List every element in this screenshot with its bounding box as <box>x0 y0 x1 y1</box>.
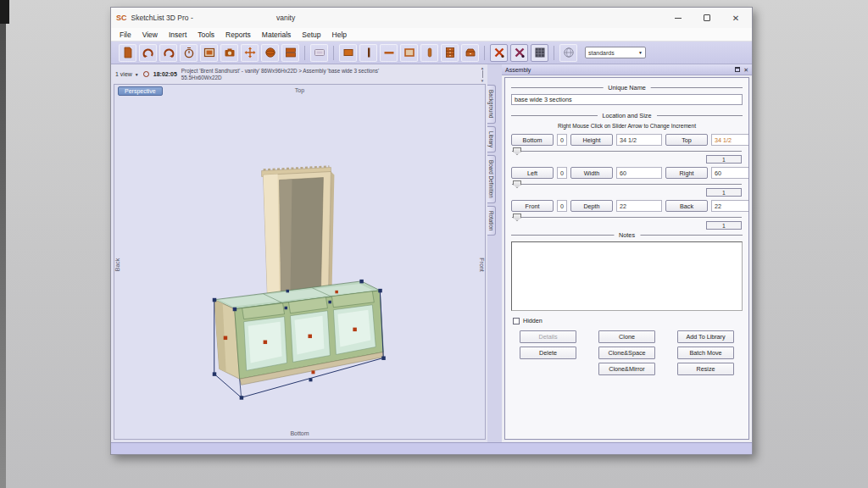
panel-light-icon[interactable] <box>310 44 328 62</box>
tab-library[interactable]: Library <box>487 126 496 152</box>
delete-object-icon[interactable] <box>510 44 528 62</box>
viewport-3d[interactable]: Perspective Top Bottom Back Front <box>114 84 486 440</box>
board-vertical-icon[interactable] <box>359 44 377 62</box>
right-value[interactable]: 60 <box>711 167 749 179</box>
notes-section: Notes <box>511 235 743 236</box>
width-button[interactable]: Width <box>570 167 613 179</box>
close-button[interactable]: ✕ <box>721 8 750 28</box>
maximize-button[interactable] <box>693 8 721 28</box>
menu-reports[interactable]: Reports <box>225 30 251 39</box>
clone-mirror-button[interactable]: Clone&Mirror <box>598 363 655 375</box>
clone-space-button[interactable]: Clone&Space <box>598 347 655 359</box>
sphere-icon[interactable] <box>261 44 279 62</box>
session-timer: 18:02:05 <box>153 71 177 77</box>
depth-button[interactable]: Depth <box>570 200 613 212</box>
hidden-checkbox-label: Hidden <box>523 317 542 324</box>
depth-slider[interactable] <box>512 214 742 221</box>
bottom-button[interactable]: Bottom <box>511 134 554 146</box>
dock-icon[interactable] <box>735 67 740 72</box>
project-breadcrumb-line2: 55.5Hx60Wx22D <box>181 75 222 80</box>
height-slider[interactable] <box>512 147 742 155</box>
board-icon[interactable] <box>339 44 357 62</box>
project-breadcrumb: Project 'Brent Sandhurst' - vanity' 86Wx… <box>181 68 475 80</box>
left-button[interactable]: Left <box>511 167 554 179</box>
menu-setup[interactable]: Setup <box>302 30 320 39</box>
menu-materials[interactable]: Materials <box>262 30 291 39</box>
view-count-dropdown[interactable]: 1 view ▼ <box>115 71 139 77</box>
clone-button[interactable]: Clone <box>598 330 655 343</box>
notes-textarea[interactable] <box>511 241 743 311</box>
title-bar[interactable]: SC SketchList 3D Pro - vanity ✕ <box>111 8 752 28</box>
new-document-icon[interactable] <box>119 44 136 62</box>
slider-thumb[interactable] <box>513 180 521 188</box>
width-slider[interactable] <box>512 180 742 188</box>
vanity-3d-model[interactable] <box>114 85 485 439</box>
clock-icon <box>143 71 149 77</box>
delete-button[interactable]: Delete <box>520 347 576 359</box>
tab-board-definition[interactable]: Board Definition <box>487 155 496 203</box>
location-size-label: Location and Size <box>597 112 656 119</box>
minimize-button[interactable] <box>664 8 693 28</box>
redo-icon[interactable] <box>159 44 177 62</box>
menu-help[interactable]: Help <box>332 30 347 39</box>
slider-thumb[interactable] <box>513 214 521 221</box>
slider-thumb[interactable] <box>513 147 521 155</box>
drawer-icon[interactable] <box>461 44 479 62</box>
front-button[interactable]: Front <box>511 200 554 212</box>
undo-icon[interactable] <box>139 44 157 62</box>
view-column: 1 view ▼ 18:02:05 Project 'Brent Sandhur… <box>111 64 487 442</box>
details-button[interactable]: Details <box>520 330 576 343</box>
menu-file[interactable]: File <box>120 30 131 39</box>
desktop-notch <box>0 0 9 24</box>
bottom-value[interactable]: 0 <box>557 134 567 146</box>
tab-background[interactable]: Background <box>487 85 496 124</box>
image-icon[interactable] <box>200 44 218 62</box>
assembly-panel-header[interactable]: Assembly ✕ <box>502 64 752 75</box>
standards-dropdown[interactable]: standards ▼ <box>585 47 646 58</box>
height-value[interactable]: 34 1/2 <box>616 134 662 146</box>
camera-icon[interactable] <box>220 44 238 62</box>
top-value[interactable]: 34 1/2 <box>711 134 749 146</box>
tab-rotation[interactable]: Rotation <box>487 206 496 236</box>
contour-icon[interactable] <box>531 44 548 62</box>
timer-icon[interactable] <box>180 44 198 62</box>
desktop-edge <box>0 0 6 488</box>
menu-tools[interactable]: Tools <box>198 30 214 39</box>
add-to-library-button[interactable]: Add To Library <box>677 330 734 343</box>
cabinet-icon[interactable] <box>281 44 299 62</box>
resize-button[interactable]: Resize <box>677 363 734 375</box>
globe-icon[interactable] <box>559 44 577 62</box>
back-button[interactable]: Back <box>665 200 708 212</box>
project-breadcrumb-line1: Project 'Brent Sandhurst' - vanity' 86Wx… <box>181 68 379 74</box>
drawer-stack-icon[interactable] <box>441 44 459 62</box>
panel-close-icon[interactable]: ✕ <box>743 67 748 73</box>
toolbar: standards ▼ <box>111 42 752 64</box>
depth-value[interactable]: 22 <box>616 200 662 212</box>
height-increment[interactable]: 1 <box>706 155 742 164</box>
side-tab-strip: Background Library Board Definition Rota… <box>487 64 502 442</box>
toolbar-separator <box>484 46 485 60</box>
unique-name-section: Unique Name <box>511 87 743 88</box>
left-value[interactable]: 0 <box>557 167 567 179</box>
menu-view[interactable]: View <box>142 30 158 39</box>
dowel-icon[interactable] <box>420 44 438 62</box>
width-value[interactable]: 60 <box>616 167 662 179</box>
width-increment[interactable]: 1 <box>706 188 742 197</box>
unique-name-input[interactable] <box>511 94 743 105</box>
right-button[interactable]: Right <box>665 167 708 179</box>
perspective-tab[interactable]: Perspective <box>118 86 163 96</box>
menu-insert[interactable]: Insert <box>169 30 186 39</box>
top-button[interactable]: Top <box>665 134 708 146</box>
zoom-slider[interactable]: ▲▼ <box>479 66 486 83</box>
batch-move-button[interactable]: Batch Move <box>677 347 734 359</box>
view-count-label: 1 view <box>115 71 132 77</box>
move-icon[interactable] <box>241 44 259 62</box>
back-value[interactable]: 22 <box>711 200 749 212</box>
board-horizontal-icon[interactable] <box>380 44 398 62</box>
height-button[interactable]: Height <box>570 134 613 146</box>
hidden-checkbox[interactable] <box>513 318 520 324</box>
panel-icon[interactable] <box>400 44 418 62</box>
depth-increment[interactable]: 1 <box>706 221 742 230</box>
front-value[interactable]: 0 <box>557 200 567 212</box>
delete-board-icon[interactable] <box>490 44 508 62</box>
